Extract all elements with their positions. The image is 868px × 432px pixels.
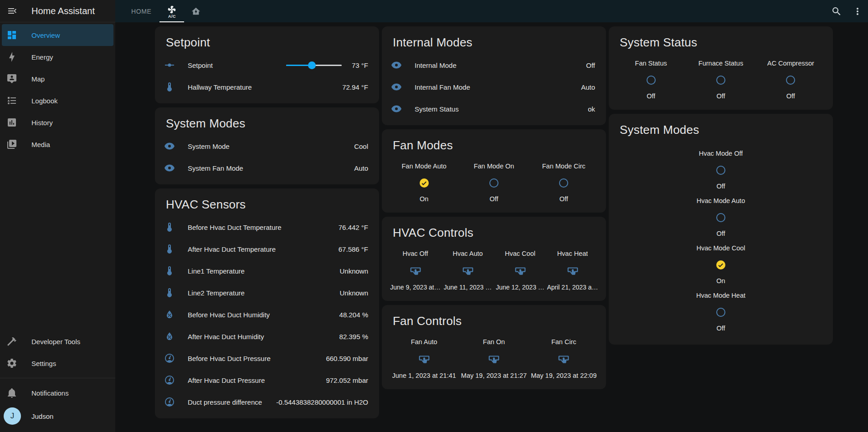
glance-item-hvac-mode-cool[interactable]: Hvac Mode Cool On bbox=[616, 244, 826, 285]
glance-item-hvac-mode-auto[interactable]: Hvac Mode Auto Off bbox=[616, 197, 826, 237]
circle-outline-icon bbox=[785, 75, 796, 86]
entity-state: Unknown bbox=[339, 267, 368, 275]
setpoint-slider[interactable] bbox=[286, 61, 342, 69]
check-circle-icon bbox=[419, 178, 430, 188]
entity-state: 48.204 % bbox=[339, 311, 368, 319]
sidebar-toggle-button[interactable] bbox=[7, 5, 18, 16]
glance-name: Fan Auto bbox=[411, 338, 437, 346]
entity-state: 660.590 mbar bbox=[326, 355, 368, 362]
entity-row-hallway-temperature[interactable]: Hallway Temperature 72.94 °F bbox=[155, 76, 379, 98]
sidebar-item-label: Overview bbox=[31, 31, 60, 39]
glance-item-fan-mode-on[interactable]: Fan Mode On Off bbox=[459, 163, 529, 203]
entity-row-system-status[interactable]: System Status ok bbox=[382, 98, 606, 120]
card-system-modes-right: System Modes Hvac Mode Off Off Hvac Mode… bbox=[609, 114, 833, 345]
glance-item-fan-mode-circ[interactable]: Fan Mode Circ Off bbox=[529, 163, 599, 203]
glance-item-furnace-status[interactable]: Furnace Status Off bbox=[686, 60, 755, 100]
glance-state: On bbox=[716, 277, 725, 285]
card-title: HVAC Sensors bbox=[166, 198, 368, 212]
thermometer-icon bbox=[164, 287, 175, 298]
tab-ac[interactable]: A/C bbox=[159, 0, 184, 22]
glance-item-hvac-auto[interactable]: Hvac Auto June 11, 2023 … bbox=[442, 250, 494, 291]
sidebar-item-logbook[interactable]: Logbook bbox=[2, 90, 113, 112]
glance-state: May 19, 2023 at 22:09 bbox=[531, 372, 596, 379]
entity-row-internal-mode[interactable]: Internal Mode Off bbox=[382, 54, 606, 76]
glance-name: Hvac Mode Heat bbox=[696, 292, 745, 299]
entity-row-duct-pressure-difference[interactable]: Duct pressure difference -0.544383828000… bbox=[155, 391, 379, 413]
glance-item-hvac-heat[interactable]: Hvac Heat April 21, 2023 a… bbox=[546, 250, 599, 291]
tap-button-icon bbox=[514, 265, 526, 277]
glance-item-fan-on[interactable]: Fan On May 19, 2023 at 21:27 bbox=[459, 338, 529, 379]
glance-item-fan-status[interactable]: Fan Status Off bbox=[616, 60, 686, 100]
glance-name: Hvac Cool bbox=[505, 250, 535, 257]
entity-state: Cool bbox=[354, 142, 368, 150]
tap-button-icon bbox=[410, 265, 421, 277]
glance-item-fan-auto[interactable]: Fan Auto June 1, 2023 at 21:41 bbox=[389, 338, 459, 379]
entity-row-line1-temperature[interactable]: Line1 Temperature Unknown bbox=[155, 260, 379, 282]
sidebar-item-media[interactable]: Media bbox=[2, 133, 113, 155]
entity-name: Line1 Temperature bbox=[188, 267, 339, 275]
circle-outline-icon bbox=[715, 75, 726, 86]
glance-state: Off bbox=[716, 325, 725, 332]
sidebar-item-energy[interactable]: Energy bbox=[2, 46, 113, 68]
card-system-modes: System Modes System Mode Cool System Fan… bbox=[155, 107, 379, 184]
entity-name: Before Hvac Duct Temperature bbox=[188, 224, 339, 231]
entity-state: Unknown bbox=[339, 289, 368, 297]
tab-home-lightning[interactable] bbox=[184, 0, 208, 22]
gauge-icon bbox=[164, 375, 175, 386]
glance-state: April 21, 2023 a… bbox=[547, 284, 598, 291]
glance-item-ac-compressor[interactable]: AC Compressor Off bbox=[756, 60, 826, 100]
entity-row-setpoint[interactable]: Setpoint 73 °F bbox=[155, 54, 379, 76]
sidebar-header: Home Assistant bbox=[0, 0, 115, 22]
glance-name: Hvac Auto bbox=[452, 250, 483, 257]
sidebar-item-map[interactable]: Map bbox=[2, 68, 113, 90]
glance-name: Hvac Heat bbox=[557, 250, 588, 257]
entity-name: System Fan Mode bbox=[188, 164, 354, 172]
sidebar-item-label: Energy bbox=[31, 53, 53, 61]
glance-item-hvac-mode-heat[interactable]: Hvac Mode Heat Off bbox=[616, 292, 826, 332]
lightning-bolt-icon bbox=[6, 51, 17, 62]
app-title: Home Assistant bbox=[31, 6, 95, 16]
humidity-icon bbox=[164, 331, 175, 342]
glance-item-fan-circ[interactable]: Fan Circ May 19, 2023 at 22:09 bbox=[529, 338, 599, 379]
glance-item-hvac-cool[interactable]: Hvac Cool June 12, 2023 … bbox=[494, 250, 546, 291]
sidebar-item-overview[interactable]: Overview bbox=[2, 24, 113, 46]
entity-row-before-duct-pressure[interactable]: Before Hvac Duct Pressure 660.590 mbar bbox=[155, 347, 379, 369]
entity-row-before-duct-temperature[interactable]: Before Hvac Duct Temperature 76.442 °F bbox=[155, 216, 379, 238]
entity-state: 82.395 % bbox=[339, 333, 368, 341]
card-title: Fan Controls bbox=[393, 314, 595, 328]
logbook-list-icon bbox=[6, 95, 17, 106]
circle-outline-icon bbox=[715, 212, 726, 223]
sidebar-item-notifications[interactable]: Notifications bbox=[2, 382, 113, 404]
glance-name: Fan Mode Circ bbox=[542, 163, 586, 170]
tap-button-icon bbox=[567, 265, 579, 277]
entity-row-after-duct-humidity[interactable]: After Hvac Duct Humidity 82.395 % bbox=[155, 325, 379, 347]
glance-item-hvac-mode-off[interactable]: Hvac Mode Off Off bbox=[616, 150, 826, 190]
sidebar-item-settings[interactable]: Settings bbox=[2, 352, 113, 374]
sidebar-item-developer-tools[interactable]: Developer Tools bbox=[2, 330, 113, 352]
tab-home[interactable]: HOME bbox=[123, 0, 159, 22]
sidebar-user-profile[interactable]: J Judson bbox=[0, 404, 115, 428]
sidebar-item-history[interactable]: History bbox=[2, 112, 113, 133]
entity-row-internal-fan-mode[interactable]: Internal Fan Mode Auto bbox=[382, 76, 606, 98]
overflow-menu-button[interactable] bbox=[847, 0, 868, 22]
entity-row-system-fan-mode[interactable]: System Fan Mode Auto bbox=[155, 157, 379, 179]
entity-row-after-duct-temperature[interactable]: After Hvac Duct Temperature 67.586 °F bbox=[155, 238, 379, 260]
glance-state: Off bbox=[647, 92, 655, 100]
tap-button-icon bbox=[558, 353, 570, 365]
column-2: Internal Modes Internal Mode Off Interna… bbox=[382, 26, 606, 393]
dashboard-icon bbox=[6, 30, 17, 41]
entity-row-after-duct-pressure[interactable]: After Hvac Duct Pressure 972.052 mbar bbox=[155, 369, 379, 391]
entity-row-line2-temperature[interactable]: Line2 Temperature Unknown bbox=[155, 282, 379, 304]
circle-outline-icon bbox=[646, 75, 657, 86]
glance-name: Fan Status bbox=[635, 60, 667, 67]
slider-thumb[interactable] bbox=[308, 61, 316, 69]
entity-name: Duct pressure difference bbox=[188, 398, 276, 406]
search-button[interactable] bbox=[826, 0, 847, 22]
entity-row-system-mode[interactable]: System Mode Cool bbox=[155, 135, 379, 157]
glance-item-fan-mode-auto[interactable]: Fan Mode Auto On bbox=[389, 163, 459, 203]
card-title: System Status bbox=[620, 36, 822, 50]
entity-name: Line2 Temperature bbox=[188, 289, 339, 297]
entity-row-before-duct-humidity[interactable]: Before Hvac Duct Humidity 48.204 % bbox=[155, 304, 379, 325]
glance-item-hvac-off[interactable]: Hvac Off June 9, 2023 at… bbox=[389, 250, 442, 291]
card-title: HVAC Controls bbox=[393, 226, 595, 240]
